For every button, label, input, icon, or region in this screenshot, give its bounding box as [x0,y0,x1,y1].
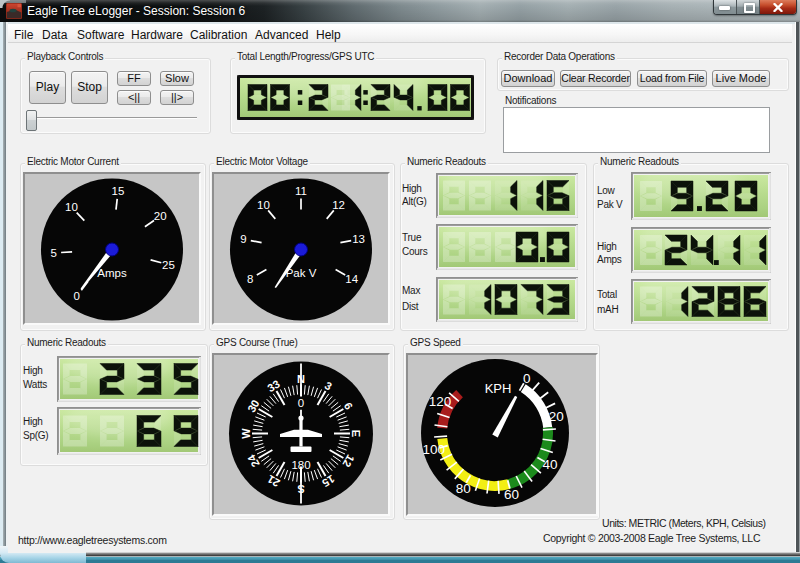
svg-text:60: 60 [504,487,519,502]
svg-text:15: 15 [112,185,125,197]
svg-text:0: 0 [74,290,80,302]
svg-text:5: 5 [50,247,56,259]
svg-text:20: 20 [549,409,564,424]
svg-text:0: 0 [298,397,304,409]
svg-text:9: 9 [240,233,246,245]
svg-text:13: 13 [352,233,365,245]
svg-text:0: 0 [523,371,531,386]
svg-text:180: 180 [291,459,310,471]
svg-text:Pak V: Pak V [285,267,316,279]
svg-text:100: 100 [422,442,445,457]
svg-text:120: 120 [429,394,452,409]
svg-text:W: W [240,428,252,439]
svg-text:Amps: Amps [97,267,127,279]
svg-text:14: 14 [345,273,358,285]
svg-text:E: E [350,430,362,437]
svg-text:10: 10 [65,201,78,213]
svg-text:12: 12 [332,199,345,211]
svg-text:20: 20 [154,210,167,222]
svg-text:KPH: KPH [485,381,512,396]
svg-text:8: 8 [247,273,253,285]
svg-text:40: 40 [542,457,557,472]
svg-text:25: 25 [162,259,175,271]
svg-text:11: 11 [295,185,307,197]
svg-text:10: 10 [257,199,270,211]
svg-text:80: 80 [456,481,471,496]
